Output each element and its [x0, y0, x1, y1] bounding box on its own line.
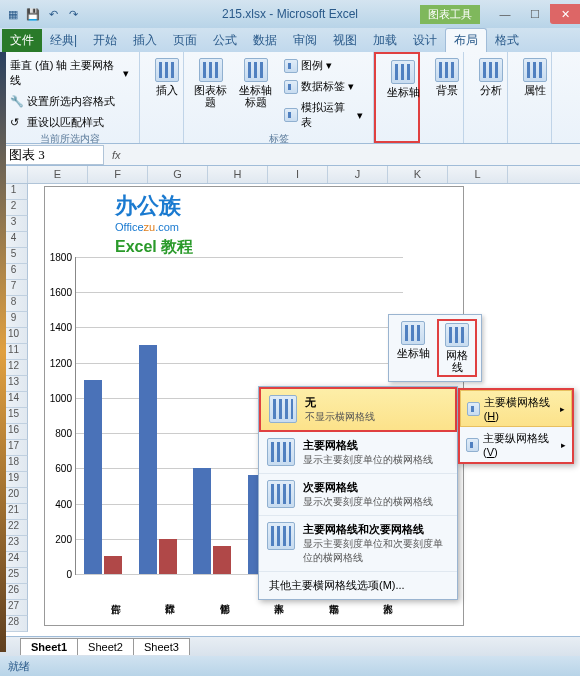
- tab-classic[interactable]: 经典|: [42, 29, 85, 52]
- redo-icon[interactable]: ↷: [64, 5, 82, 23]
- datatable-icon: [284, 108, 298, 122]
- bar[interactable]: [84, 380, 102, 574]
- y-tick-label: 0: [44, 569, 72, 580]
- bar[interactable]: [104, 556, 122, 574]
- save-icon[interactable]: 💾: [24, 5, 42, 23]
- col-header[interactable]: K: [388, 166, 448, 183]
- maximize-button[interactable]: ☐: [520, 4, 550, 24]
- tab-home[interactable]: 开始: [85, 29, 125, 52]
- axis-title-icon: [244, 58, 268, 82]
- datalabel-icon: [284, 80, 298, 94]
- analysis-icon: [479, 58, 503, 82]
- analysis-button[interactable]: 分析: [470, 56, 512, 98]
- chart-tools-contextual-tab: 图表工具: [420, 5, 480, 24]
- tab-review[interactable]: 审阅: [285, 29, 325, 52]
- bar-group[interactable]: [84, 380, 122, 574]
- sheet-tab[interactable]: Sheet1: [20, 638, 78, 655]
- excel-icon: ▦: [4, 5, 22, 23]
- gridline-more-options[interactable]: 其他主要横网格线选项(M)...: [259, 572, 457, 599]
- data-labels-button[interactable]: 数据标签 ▾: [280, 77, 367, 96]
- axis-title-button[interactable]: 坐标轴标题: [235, 56, 276, 132]
- x-category-label: 行政部: [137, 578, 177, 614]
- minimize-button[interactable]: —: [490, 4, 520, 24]
- x-category-label: 广告部: [82, 578, 122, 614]
- tab-addins[interactable]: 加载: [365, 29, 405, 52]
- reset-style-button[interactable]: ↺重设以匹配样式: [6, 113, 133, 132]
- undo-icon[interactable]: ↶: [44, 5, 62, 23]
- gridline-option-both[interactable]: 主要网格线和次要网格线显示主要刻度单位和次要刻度单位的横网格线: [259, 516, 457, 572]
- properties-button[interactable]: 属性: [514, 56, 556, 98]
- watermark-url: Officezu.com: [115, 221, 193, 233]
- tab-file[interactable]: 文件: [2, 29, 42, 52]
- gridline-option-minor[interactable]: 次要网格线显示次要刻度单位的横网格线: [259, 474, 457, 516]
- name-box[interactable]: [4, 145, 104, 165]
- ribbon-group-labels: 图表标题 坐标轴标题 图例 ▾ 数据标签 ▾ 模拟运算表 ▾ 标签: [184, 52, 374, 143]
- gridline: [76, 327, 403, 328]
- worksheet-area: E F G H I J K L 123456789101112131415161…: [0, 166, 580, 636]
- gridline-direction-menu: 主要横网格线(H)▸ 主要纵网格线(V)▸: [458, 388, 574, 464]
- title-bar: ▦ 💾 ↶ ↷ 215.xlsx - Microsoft Excel 图表工具 …: [0, 0, 580, 28]
- col-header[interactable]: H: [208, 166, 268, 183]
- gridlines-popup-button[interactable]: 网格线: [437, 319, 477, 377]
- bar-group[interactable]: [193, 468, 231, 574]
- ribbon-group-props: 属性: [508, 52, 552, 143]
- data-table-button[interactable]: 模拟运算表 ▾: [280, 98, 367, 132]
- col-header[interactable]: E: [28, 166, 88, 183]
- tab-page[interactable]: 页面: [165, 29, 205, 52]
- legend-button[interactable]: 图例 ▾: [280, 56, 367, 75]
- tab-data[interactable]: 数据: [245, 29, 285, 52]
- ribbon-group-insert: 插入: [140, 52, 184, 143]
- close-button[interactable]: ✕: [550, 4, 580, 24]
- watermark-subtitle: Excel 教程: [115, 237, 193, 258]
- bar[interactable]: [213, 546, 231, 574]
- axes-button[interactable]: 坐标轴: [382, 58, 424, 100]
- decorative-strip: [0, 52, 6, 652]
- col-header[interactable]: L: [448, 166, 508, 183]
- bar-group[interactable]: [139, 345, 177, 574]
- bar[interactable]: [193, 468, 211, 574]
- axes-popup-button[interactable]: 坐标轴: [393, 319, 433, 377]
- axes-icon: [401, 321, 425, 345]
- quick-access-toolbar: ▦ 💾 ↶ ↷: [0, 5, 86, 23]
- ribbon-group-axes-highlighted: 坐标轴: [374, 52, 420, 143]
- tab-view[interactable]: 视图: [325, 29, 365, 52]
- y-tick-label: 200: [44, 533, 72, 544]
- major-horizontal-gridlines[interactable]: 主要横网格线(H)▸: [460, 390, 572, 427]
- col-header[interactable]: I: [268, 166, 328, 183]
- col-header[interactable]: J: [328, 166, 388, 183]
- gridline-option-none[interactable]: 无不显示横网格线: [259, 387, 457, 432]
- fx-icon[interactable]: fx: [112, 149, 121, 161]
- minor-icon: [267, 480, 295, 508]
- picture-icon: [155, 58, 179, 82]
- insert-button[interactable]: 插入: [146, 56, 188, 98]
- chart-title-button[interactable]: 图表标题: [190, 56, 231, 132]
- bg-icon: [435, 58, 459, 82]
- gridlines-icon: [445, 323, 469, 347]
- y-tick-label: 400: [44, 498, 72, 509]
- tab-format[interactable]: 格式: [487, 29, 527, 52]
- tab-layout[interactable]: 布局: [445, 28, 487, 52]
- tab-insert[interactable]: 插入: [125, 29, 165, 52]
- background-button[interactable]: 背景: [426, 56, 468, 98]
- y-tick-label: 800: [44, 428, 72, 439]
- ribbon-group-analysis: 分析: [464, 52, 508, 143]
- col-header[interactable]: F: [88, 166, 148, 183]
- gridline: [76, 292, 403, 293]
- tab-design[interactable]: 设计: [405, 29, 445, 52]
- tab-formulas[interactable]: 公式: [205, 29, 245, 52]
- major-vertical-gridlines[interactable]: 主要纵网格线(V)▸: [460, 427, 572, 462]
- status-text: 就绪: [8, 659, 30, 674]
- format-selection-button[interactable]: 🔧设置所选内容格式: [6, 92, 133, 111]
- status-bar: 就绪: [0, 656, 580, 676]
- gridline-option-major[interactable]: 主要网格线显示主要刻度单位的横网格线: [259, 432, 457, 474]
- major-icon: [267, 438, 295, 466]
- sheet-tab[interactable]: Sheet3: [133, 638, 190, 655]
- bar[interactable]: [159, 539, 177, 574]
- y-tick-label: 1600: [44, 287, 72, 298]
- selection-dropdown[interactable]: 垂直 (值) 轴 主要网格线 ▾: [6, 56, 133, 90]
- ribbon-tabs: 文件 经典| 开始 插入 页面 公式 数据 审阅 视图 加载 设计 布局 格式: [0, 28, 580, 52]
- sheet-tab[interactable]: Sheet2: [77, 638, 134, 655]
- col-header[interactable]: G: [148, 166, 208, 183]
- bar[interactable]: [139, 345, 157, 574]
- ribbon-group-selection: 垂直 (值) 轴 主要网格线 ▾ 🔧设置所选内容格式 ↺重设以匹配样式 当前所选…: [0, 52, 140, 143]
